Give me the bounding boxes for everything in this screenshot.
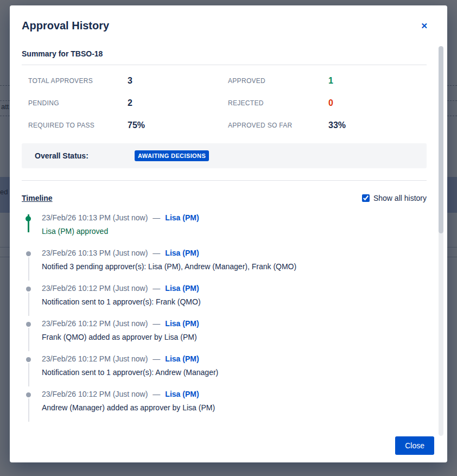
stat-value-approved: 1 xyxy=(328,76,427,86)
stat-label-required-to-pass: REQUIRED TO PASS xyxy=(28,122,128,129)
stat-value-required-to-pass: 75% xyxy=(128,120,228,130)
close-icon[interactable]: ✕ xyxy=(417,21,431,31)
timeline-entry: 23/Feb/26 10:12 PM (Just now)—Lisa (PM) … xyxy=(22,284,427,306)
entry-timestamp: 23/Feb/26 10:12 PM (Just now) xyxy=(42,319,148,328)
timeline-entry: 23/Feb/26 10:12 PM (Just now)—Lisa (PM) … xyxy=(22,354,427,377)
entry-timestamp: 23/Feb/26 10:12 PM (Just now) xyxy=(42,390,148,398)
entry-actor[interactable]: Lisa (PM) xyxy=(165,284,199,293)
stat-value-rejected: 0 xyxy=(328,98,427,108)
entry-actor[interactable]: Lisa (PM) xyxy=(165,249,199,257)
entry-separator: — xyxy=(153,319,160,328)
timeline-entry: 23/Feb/26 10:13 PM (Just now)—Lisa (PM) … xyxy=(22,249,427,271)
entry-separator: — xyxy=(153,284,160,293)
modal-footer: Close xyxy=(10,432,447,462)
entry-message: Notification sent to 1 approver(s): Andr… xyxy=(42,368,427,377)
entry-actor[interactable]: Lisa (PM) xyxy=(165,213,199,222)
overall-status-badge: AWAITING DECISIONS xyxy=(135,150,209,161)
stat-value-pending: 2 xyxy=(128,98,228,108)
entry-meta: 23/Feb/26 10:13 PM (Just now)—Lisa (PM) xyxy=(42,213,427,222)
show-all-history-toggle[interactable]: Show all history xyxy=(362,194,427,202)
stat-label-total-approvers: TOTAL APPROVERS xyxy=(28,77,128,85)
stat-value-total-approvers: 3 xyxy=(128,76,228,86)
entry-timestamp: 23/Feb/26 10:12 PM (Just now) xyxy=(42,354,148,363)
show-all-history-label: Show all history xyxy=(373,194,427,202)
entry-message: Andrew (Manager) added as approver by Li… xyxy=(42,403,427,412)
entry-message: Notification sent to 1 approver(s): Fran… xyxy=(42,297,427,306)
timeline: 23/Feb/26 10:13 PM (Just now)—Lisa (PM) … xyxy=(22,213,427,412)
timeline-header: Timeline Show all history xyxy=(22,194,427,202)
show-all-history-checkbox[interactable] xyxy=(362,194,370,202)
entry-actor[interactable]: Lisa (PM) xyxy=(165,319,199,328)
modal-title: Approval History xyxy=(22,20,109,32)
stat-label-approved-so-far: APPROVED SO FAR xyxy=(228,122,328,129)
timeline-dot xyxy=(26,357,31,362)
entry-separator: — xyxy=(153,249,160,257)
entry-meta: 23/Feb/26 10:12 PM (Just now)—Lisa (PM) xyxy=(42,354,427,363)
entry-message: Lisa (PM) approved xyxy=(42,227,427,236)
entry-separator: — xyxy=(153,354,160,363)
timeline-dot xyxy=(26,322,31,327)
timeline-dot xyxy=(26,251,31,256)
stat-label-rejected: REJECTED xyxy=(228,99,328,107)
entry-actor[interactable]: Lisa (PM) xyxy=(165,390,199,398)
entry-separator: — xyxy=(153,390,160,398)
entry-message: Frank (QMO) added as approver by Lisa (P… xyxy=(42,333,427,341)
modal-header: Approval History ✕ xyxy=(10,5,447,41)
timeline-entry: 23/Feb/26 10:12 PM (Just now)—Lisa (PM) … xyxy=(22,319,427,341)
divider xyxy=(22,180,427,181)
timeline-dot-approved xyxy=(26,216,31,221)
entry-separator: — xyxy=(153,213,160,222)
entry-meta: 23/Feb/26 10:12 PM (Just now)—Lisa (PM) xyxy=(42,319,427,328)
entry-timestamp: 23/Feb/26 10:13 PM (Just now) xyxy=(42,249,148,257)
timeline-entry: 23/Feb/26 10:13 PM (Just now)—Lisa (PM) … xyxy=(22,213,427,236)
entry-timestamp: 23/Feb/26 10:12 PM (Just now) xyxy=(42,284,148,293)
summary-stats: TOTAL APPROVERS 3 APPROVED 1 PENDING 2 R… xyxy=(22,65,427,143)
timeline-entry: 23/Feb/26 10:12 PM (Just now)—Lisa (PM) … xyxy=(22,390,427,412)
scrollbar-track[interactable] xyxy=(439,46,443,436)
overall-status-bar: Overall Status: AWAITING DECISIONS xyxy=(22,143,427,168)
approval-history-modal: Approval History ✕ Summary for TBSO-18 T… xyxy=(10,5,447,462)
timeline-heading: Timeline xyxy=(22,194,53,202)
summary-heading: Summary for TBSO-18 xyxy=(22,49,427,58)
entry-meta: 23/Feb/26 10:12 PM (Just now)—Lisa (PM) xyxy=(42,390,427,398)
entry-message: Notified 3 pending approver(s): Lisa (PM… xyxy=(42,262,427,271)
close-button[interactable]: Close xyxy=(395,436,434,455)
timeline-dot xyxy=(26,287,31,291)
stat-label-approved: APPROVED xyxy=(228,77,328,85)
entry-actor[interactable]: Lisa (PM) xyxy=(165,354,199,363)
timeline-dot xyxy=(26,392,31,397)
entry-meta: 23/Feb/26 10:12 PM (Just now)—Lisa (PM) xyxy=(42,284,427,293)
entry-timestamp: 23/Feb/26 10:13 PM (Just now) xyxy=(42,213,148,222)
stat-label-pending: PENDING xyxy=(28,99,128,107)
modal-body: Summary for TBSO-18 TOTAL APPROVERS 3 AP… xyxy=(10,41,447,432)
stat-value-approved-so-far: 33% xyxy=(328,120,427,130)
scrollbar-thumb[interactable] xyxy=(439,46,443,233)
entry-meta: 23/Feb/26 10:13 PM (Just now)—Lisa (PM) xyxy=(42,249,427,257)
overall-status-label: Overall Status: xyxy=(35,151,135,160)
